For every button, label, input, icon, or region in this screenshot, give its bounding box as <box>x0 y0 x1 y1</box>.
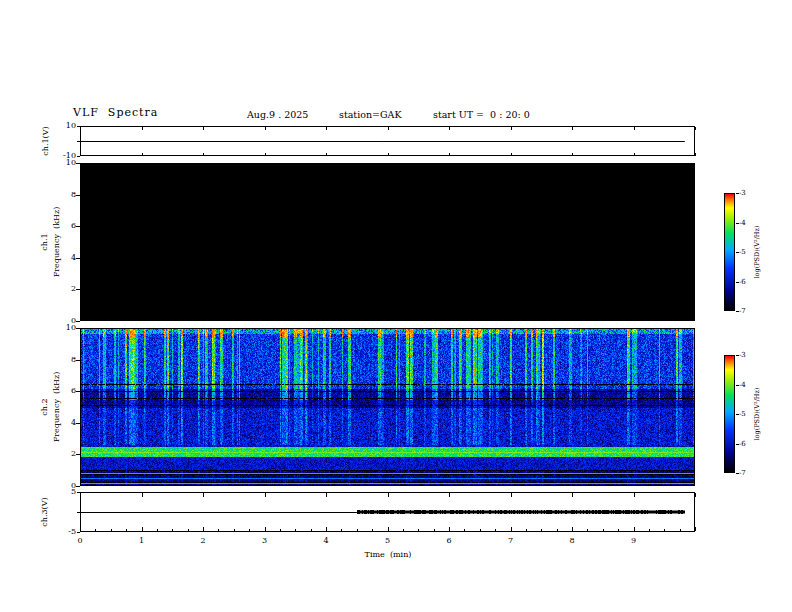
tick-mark <box>76 454 80 455</box>
ch3-voltage-panel <box>80 492 695 532</box>
colorbar-tick-label: -6 <box>739 278 746 287</box>
x-tick-label: 6 <box>437 536 461 546</box>
tick-mark <box>634 527 635 531</box>
ch1-voltage-trace <box>81 127 694 155</box>
tick-mark <box>77 532 80 533</box>
tick-mark <box>326 127 327 130</box>
tick-mark <box>265 527 266 531</box>
minor-tick-mark <box>372 529 373 531</box>
date-label: Aug.9 . 2025 <box>247 109 308 120</box>
minor-tick-mark <box>526 529 527 531</box>
tick-mark <box>572 153 573 156</box>
tick-mark <box>76 423 80 424</box>
ch1-colorbar <box>724 193 735 311</box>
x-tick-label: 5 <box>376 536 400 546</box>
tick-mark <box>77 512 80 513</box>
tick-mark <box>388 127 389 130</box>
tick-mark <box>142 153 143 156</box>
tick-mark <box>449 493 450 497</box>
tick-mark <box>76 258 80 259</box>
minor-tick-mark <box>295 529 296 531</box>
tick-mark <box>80 153 81 156</box>
x-tick-label: 7 <box>499 536 523 546</box>
tick-mark <box>695 527 696 531</box>
minor-tick-mark <box>418 529 419 531</box>
tick-mark <box>634 153 635 156</box>
minor-tick-mark <box>680 529 681 531</box>
time-axis-label: Time (min) <box>358 550 418 560</box>
station-label: station=GAK <box>339 109 402 120</box>
ch2spec-ytick-label: 8 <box>36 355 76 364</box>
tick-mark <box>76 195 80 196</box>
ch1-voltage-panel <box>80 126 695 156</box>
ch1-spectrogram <box>81 164 694 320</box>
x-tick-label: 4 <box>314 536 338 546</box>
ch2spec-ytick-label: 2 <box>36 449 76 458</box>
minor-tick-mark <box>403 529 404 531</box>
colorbar-tick-mark <box>736 385 739 386</box>
tick-mark <box>76 486 80 487</box>
tick-mark <box>388 493 389 497</box>
tick-mark <box>203 527 204 531</box>
tick-mark <box>76 328 80 329</box>
ch2spec-ytick-label: 0 <box>36 481 76 490</box>
minor-tick-mark <box>357 529 358 531</box>
x-tick-label: 3 <box>253 536 277 546</box>
ch1-colorbar-label: log(PSD)(V²/Hz) <box>753 226 761 279</box>
tick-mark <box>511 493 512 497</box>
tick-mark <box>77 156 80 157</box>
colorbar-tick-label: -6 <box>739 440 746 449</box>
ch1spec-ytick-label: 8 <box>36 190 76 199</box>
ch1spec-ytick-label: 10 <box>36 158 76 167</box>
minor-tick-mark <box>603 529 604 531</box>
ch2spec-freq-axis-label: Frequency (kHz) <box>52 372 61 443</box>
ch3v-axis-label: ch.3(V) <box>40 497 49 526</box>
start-ut-label: start UT = 0 : 20: 0 <box>433 109 530 120</box>
tick-mark <box>634 127 635 130</box>
tick-mark <box>265 127 266 130</box>
colorbar-tick-mark <box>736 473 739 474</box>
x-tick-label: 0 <box>68 536 92 546</box>
tick-mark <box>695 493 696 497</box>
ch3-voltage-trace <box>81 493 694 531</box>
minor-tick-mark <box>618 529 619 531</box>
tick-mark <box>265 153 266 156</box>
minor-tick-mark <box>557 529 558 531</box>
ch2spec-ytick-label: 4 <box>36 418 76 427</box>
tick-mark <box>77 141 80 142</box>
ch2-spectrogram-panel <box>80 328 695 486</box>
colorbar-tick-label: -4 <box>739 219 746 228</box>
tick-mark <box>76 226 80 227</box>
minor-tick-mark <box>480 529 481 531</box>
tick-mark <box>511 153 512 156</box>
tick-mark <box>449 527 450 531</box>
x-tick-label: 9 <box>622 536 646 546</box>
tick-mark <box>572 127 573 130</box>
colorbar-tick-label: -7 <box>739 469 746 478</box>
colorbar-tick-label: -7 <box>739 307 746 316</box>
tick-mark <box>142 527 143 531</box>
tick-mark <box>76 321 80 322</box>
ch1spec-channel-label: ch.1 <box>40 233 49 250</box>
tick-mark <box>142 127 143 130</box>
tick-mark <box>695 153 696 156</box>
ch1spec-ytick-label: 6 <box>36 221 76 230</box>
minor-tick-mark <box>311 529 312 531</box>
minor-tick-mark <box>434 529 435 531</box>
minor-tick-mark <box>188 529 189 531</box>
colorbar-tick-mark <box>736 223 739 224</box>
colorbar-tick-mark <box>736 414 739 415</box>
figure-title: VLF Spectra <box>73 106 158 119</box>
tick-mark <box>511 527 512 531</box>
colorbar-tick-mark <box>736 311 739 312</box>
tick-mark <box>511 127 512 130</box>
x-tick-label: 1 <box>130 536 154 546</box>
ch1-spectrogram-panel <box>80 163 695 321</box>
tick-mark <box>388 527 389 531</box>
minor-tick-mark <box>464 529 465 531</box>
colorbar-tick-mark <box>736 193 739 194</box>
tick-mark <box>449 153 450 156</box>
colorbar-tick-label: -5 <box>739 410 746 419</box>
ch1spec-ytick-label: 4 <box>36 253 76 262</box>
tick-mark <box>80 527 81 531</box>
